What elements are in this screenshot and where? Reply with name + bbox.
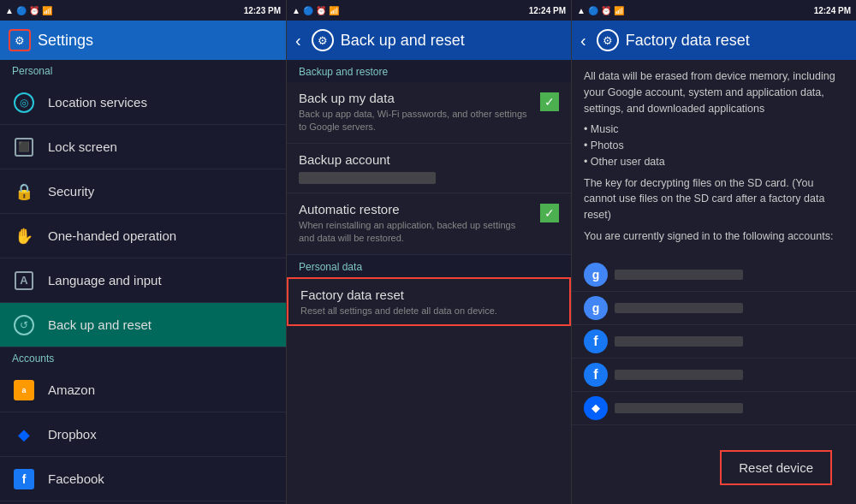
backup-account-email [299,172,436,184]
alarm-icon-2: ⏰ [316,6,326,15]
status-left-2: ▲ 🔵 ⏰ 📶 [292,6,339,15]
backup-panel: ▲ 🔵 ⏰ 📶 12:24 PM ‹ ⚙ Back up and reset B… [287,0,572,504]
reset-device-button[interactable]: Reset device [720,450,832,485]
back-up-my-data-title: Back up my data [299,91,533,105]
alarm-icon: ⏰ [29,6,39,15]
backup-content: Backup and restore Back up my data Back … [287,60,571,504]
sidebar-item-backup[interactable]: ↺ Back up and reset [0,303,286,347]
google-icon-1: g [584,263,608,287]
time-1: 12:23 PM [244,6,281,15]
status-bar-2: ▲ 🔵 ⏰ 📶 12:24 PM [287,0,571,21]
factory-warning-text: All data will be erased from device memo… [584,68,844,116]
account-row-google-1: g [572,258,856,292]
personal-data-header: Personal data [287,255,571,277]
factory-data-reset-item[interactable]: Factory data reset Reset all settings an… [287,277,571,326]
sidebar-item-dropbox[interactable]: ◆ Dropbox [0,412,286,457]
signal-icon: ▲ [5,6,14,15]
status-bar-3: ▲ 🔵 ⏰ 📶 12:24 PM [572,0,856,21]
factory-data-list: Music Photos Other user data [584,122,844,169]
location-icon: ◎ [12,91,36,115]
factory-data-reset-title: Factory data reset [300,288,557,302]
account-email-3 [615,336,743,347]
signal-icon-2: ▲ [292,6,300,15]
factory-title-icon: ⚙ [597,29,619,51]
google-icon-2: g [584,296,608,320]
back-arrow-3[interactable]: ‹ [580,31,586,50]
language-label: Language and input [48,273,162,288]
time-2: 12:24 PM [529,6,566,15]
settings-list: Personal ◎ Location services ⬛ Lock scre… [0,60,286,504]
automatic-restore-item[interactable]: Automatic restore When reinstalling an a… [287,193,571,255]
automatic-restore-check[interactable]: ✓ [540,204,559,222]
factory-title: Factory data reset [626,32,750,50]
back-up-my-data-content: Back up my data Back up app data, Wi-Fi … [299,91,533,134]
account-row-facebook-2: f [572,359,856,392]
backup-title: Back up and reset [341,32,465,50]
onehanded-label: One-handed operation [48,228,176,243]
status-right-3: 12:24 PM [814,6,851,15]
settings-icon: ⚙ [9,29,31,51]
facebook-account-icon-1: f [584,329,608,353]
sidebar-item-amazon[interactable]: a Amazon [0,368,286,412]
back-arrow-2[interactable]: ‹ [295,31,301,50]
factory-warning: All data will be erased from device memo… [572,60,856,258]
factory-reset-panel: ▲ 🔵 ⏰ 📶 12:24 PM ‹ ⚙ Factory data reset … [572,0,856,504]
accounts-list: g g f f ◆ [572,258,856,432]
sidebar-item-security[interactable]: 🔒 Security [0,169,286,214]
time-3: 12:24 PM [814,6,851,15]
facebook-account-icon-2: f [584,363,608,387]
dropbox-icon: ◆ [12,423,36,447]
sidebar-item-language[interactable]: A Language and input [0,258,286,303]
status-bar-1: ▲ 🔵 ⏰ 📶 12:23 PM [0,0,286,21]
automatic-restore-title: Automatic restore [299,202,533,216]
status-left-1: ▲ 🔵 ⏰ 📶 [5,6,52,15]
account-email-4 [615,370,743,380]
accounts-header: Accounts [0,347,286,368]
lockscreen-label: Lock screen [48,139,117,154]
backup-label: Back up and reset [48,317,152,332]
back-up-my-data-item[interactable]: Back up my data Back up app data, Wi-Fi … [287,82,571,144]
backup-title-icon: ⚙ [312,29,334,51]
account-row-facebook-1: f [572,325,856,359]
sidebar-item-onehanded[interactable]: ✋ One-handed operation [0,214,286,258]
account-row-google-2: g [572,292,856,325]
wifi-icon: 📶 [42,6,52,15]
data-item-other: Other user data [584,154,844,170]
settings-panel: ▲ 🔵 ⏰ 📶 12:23 PM ⚙ Settings Personal ◎ L… [0,0,287,504]
language-icon: A [12,269,36,293]
signal-icon-3: ▲ [577,6,586,15]
backup-account-title: Backup account [299,152,559,167]
factory-title-bar: ‹ ⚙ Factory data reset [572,21,856,60]
amazon-label: Amazon [48,382,95,397]
bt-icon-3: 🔵 [588,6,598,15]
backup-icon: ↺ [12,313,36,337]
sidebar-item-lockscreen[interactable]: ⬛ Lock screen [0,125,286,169]
facebook-label: Facebook [48,471,104,486]
dropbox-account-icon: ◆ [584,396,608,420]
backup-title-bar: ‹ ⚙ Back up and reset [287,21,571,60]
alarm-icon-3: ⏰ [601,6,611,15]
settings-title-bar: ⚙ Settings [0,21,286,60]
backup-restore-header: Backup and restore [287,60,571,82]
status-right-2: 12:24 PM [529,6,566,15]
lockscreen-icon: ⬛ [12,135,36,159]
security-label: Security [48,184,94,199]
sidebar-item-facebook[interactable]: f Facebook [0,457,286,501]
wifi-icon-2: 📶 [329,6,339,15]
backup-account-item[interactable]: Backup account [287,144,571,193]
amazon-icon: a [12,378,36,402]
account-email-1 [615,270,743,280]
wifi-icon-3: 📶 [614,6,624,15]
personal-header: Personal [0,60,286,80]
account-email-5 [615,403,743,413]
sidebar-item-location[interactable]: ◎ Location services [0,80,286,125]
status-right-1: 12:23 PM [244,6,281,15]
bt-icon: 🔵 [16,6,27,15]
sd-card-text: The key for decrypting files on the SD c… [584,175,844,223]
factory-content-area: All data will be erased from device memo… [572,60,856,504]
back-up-my-data-check[interactable]: ✓ [540,92,559,111]
onehanded-icon: ✋ [12,224,36,248]
data-item-music: Music [584,122,844,138]
status-left-3: ▲ 🔵 ⏰ 📶 [577,6,624,15]
back-up-my-data-desc: Back up app data, Wi-Fi passwords, and o… [299,108,533,134]
